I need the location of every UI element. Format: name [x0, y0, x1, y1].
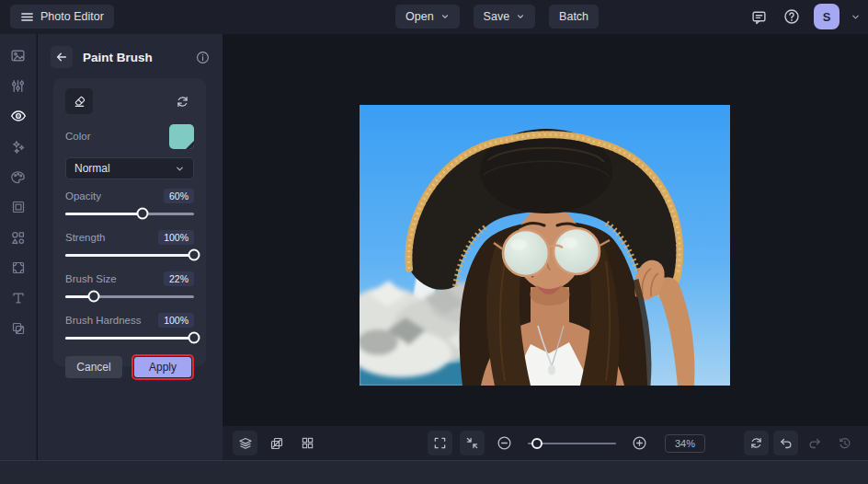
opacity-track[interactable]: [65, 213, 194, 215]
back-arrow-icon: [55, 51, 68, 63]
image-manager-icon: [10, 48, 26, 63]
zoom-slider-thumb[interactable]: [531, 438, 542, 449]
brush-mode-row: [65, 86, 194, 117]
cancel-button[interactable]: Cancel: [65, 356, 122, 378]
topbar-right: S: [748, 4, 861, 29]
main-menu-button[interactable]: Photo Editor: [10, 5, 114, 29]
paint-brush-panel: Paint Brush Color Normal: [38, 34, 223, 460]
info-button[interactable]: [196, 51, 210, 64]
undo-button[interactable]: [773, 431, 798, 455]
brush-size-value: 22%: [164, 271, 194, 286]
compare-icon: [269, 436, 284, 451]
zoom-slider[interactable]: [528, 436, 616, 451]
save-button[interactable]: Save: [474, 5, 536, 29]
reset-image-button[interactable]: [744, 431, 769, 455]
brush-hardness-slider-thumb[interactable]: [188, 332, 200, 344]
undo-icon: [779, 436, 793, 450]
batch-button[interactable]: Batch: [549, 5, 599, 29]
zoom-out-button[interactable]: [492, 431, 517, 455]
avatar[interactable]: S: [814, 4, 839, 29]
grid-icon: [301, 436, 314, 450]
brush-hardness-track[interactable]: [65, 337, 194, 340]
blend-mode-value: Normal: [74, 162, 110, 175]
strength-label: Strength: [65, 232, 105, 243]
zoom-in-icon: [632, 435, 647, 451]
strength-slider-thumb[interactable]: [188, 249, 200, 261]
brush-size-track[interactable]: [65, 295, 194, 298]
reset-brush-button[interactable]: [170, 89, 194, 113]
fullscreen-button[interactable]: [428, 431, 452, 455]
color-swatch[interactable]: [169, 124, 194, 149]
photo-editor-app: Photo Editor Open Save Batch S: [0, 0, 868, 484]
zoom-in-button[interactable]: [627, 431, 652, 455]
sidebar-item-image-manager[interactable]: [6, 46, 30, 64]
sidebar-item-edit[interactable]: [6, 76, 30, 95]
history-button[interactable]: [832, 431, 857, 455]
top-bar: Photo Editor Open Save Batch S: [0, 0, 868, 34]
file-actions: Open Save Batch: [395, 5, 599, 29]
zoom-out-icon: [497, 435, 512, 451]
effects-icon: [10, 139, 26, 155]
fit-screen-icon: [465, 436, 479, 450]
sidebar-item-effects[interactable]: [6, 137, 30, 156]
sidebar-item-frames[interactable]: [6, 198, 30, 216]
zoom-controls: 34%: [428, 431, 705, 455]
opacity-slider-group: Opacity 60%: [65, 188, 194, 221]
strength-slider-group: Strength 100%: [65, 229, 194, 262]
account-chevron-down-icon[interactable]: [851, 12, 861, 22]
photo-image[interactable]: [360, 105, 730, 386]
help-icon: [783, 8, 800, 25]
compare-button[interactable]: [264, 431, 289, 455]
brush-size-label: Brush Size: [65, 273, 117, 284]
overlays-icon: [11, 321, 26, 336]
sidebar-item-artsy[interactable]: [6, 167, 30, 186]
apply-button[interactable]: Apply: [134, 357, 191, 377]
feedback-chat-button[interactable]: [748, 6, 770, 28]
menu-icon: [20, 10, 34, 24]
brush-size-slider-thumb[interactable]: [87, 291, 99, 303]
opacity-slider-thumb[interactable]: [137, 208, 149, 220]
help-button[interactable]: [781, 6, 803, 28]
chat-icon: [751, 9, 767, 25]
sidebar-item-overlays[interactable]: [6, 319, 30, 338]
layers-button[interactable]: [233, 431, 257, 455]
opacity-label: Opacity: [65, 190, 101, 202]
sidebar-item-text[interactable]: [6, 289, 30, 307]
strength-value: 100%: [158, 230, 194, 245]
sidebar-item-textures[interactable]: [6, 259, 30, 277]
eraser-icon: [73, 95, 86, 109]
grid-view-button[interactable]: [295, 431, 320, 455]
sidebar-item-touch-up[interactable]: [6, 107, 30, 125]
redo-button[interactable]: [803, 431, 828, 455]
layers-icon: [238, 436, 253, 451]
brush-hardness-slider-group: Brush Hardness 100%: [65, 312, 194, 345]
eye-icon: [10, 108, 27, 124]
fullscreen-icon: [433, 436, 447, 450]
artsy-icon: [10, 169, 26, 185]
paint-brush-card: Color Normal Opacity 60% Strength 100%: [53, 78, 206, 366]
fit-screen-button[interactable]: [460, 431, 485, 455]
brush-hardness-value: 100%: [158, 313, 194, 328]
blend-mode-dropdown[interactable]: Normal: [65, 157, 194, 179]
footer-strip: [0, 460, 868, 484]
graphics-icon: [10, 230, 26, 246]
eraser-button[interactable]: [65, 88, 93, 114]
panel-title: Paint Brush: [83, 51, 153, 64]
adjustments-icon: [10, 78, 26, 94]
canvas-area[interactable]: [223, 34, 868, 426]
color-label: Color: [65, 131, 90, 142]
info-icon: [196, 51, 210, 64]
photo-illustration: [360, 105, 730, 386]
color-row: Color: [65, 119, 194, 154]
panel-header: Paint Brush: [51, 46, 210, 68]
panel-actions: Cancel Apply: [65, 354, 194, 380]
redo-icon: [808, 436, 822, 450]
frame-icon: [11, 200, 26, 214]
tool-sidebar: [0, 34, 37, 460]
strength-track[interactable]: [65, 254, 194, 257]
history-tools: [744, 431, 857, 455]
open-button[interactable]: Open: [395, 5, 460, 29]
opacity-value: 60%: [164, 189, 194, 203]
back-button[interactable]: [51, 46, 73, 68]
sidebar-item-graphics[interactable]: [6, 228, 30, 247]
